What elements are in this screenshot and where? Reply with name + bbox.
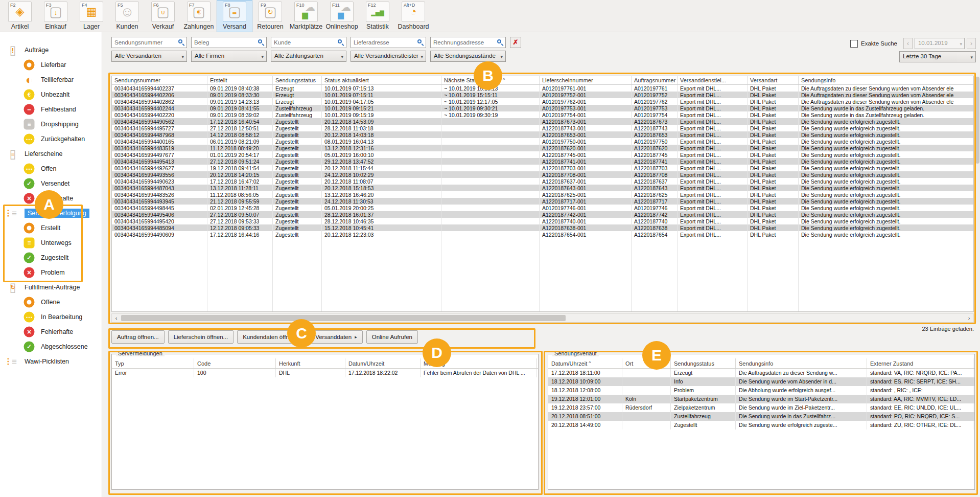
table-row[interactable]: 0034043416599440223709.01.2019 08:40:38E… xyxy=(112,85,973,92)
table-row[interactable]: 0034043416599440222009.01.2019 08:39:02Z… xyxy=(112,111,973,118)
sidebar-item-abgeschlossene[interactable]: ✓Abgeschlossene xyxy=(0,339,102,354)
column-header-typ[interactable]: Typ xyxy=(112,358,194,368)
sidebar-item-wawi-picklisten[interactable]: ⋮≡Wawi-Picklisten xyxy=(0,354,102,369)
scroll-right-icon[interactable]: › xyxy=(965,314,973,322)
column-header-nachste-statusabfrage[interactable]: Nächste Statusabfrage^ xyxy=(441,76,540,84)
table-row[interactable]: 0034043416599449541327.12.2018 09:51:24Z… xyxy=(112,158,973,165)
table-row[interactable]: 0034043416599449355620.12.2018 14:20:15Z… xyxy=(112,171,973,178)
sidebar-item-problem[interactable]: ×Problem xyxy=(0,265,102,280)
sidebar-item-zuruckgehalten[interactable]: ⋯Zurückgehalten xyxy=(0,131,102,146)
table-row[interactable]: 0034043416599449394521.12.2018 09:55:59Z… xyxy=(112,198,973,205)
sidebar-item-offene[interactable]: Offene xyxy=(0,295,102,309)
table-row[interactable]: 20.12.2018 14:49:00ZugestelltDie Sendung… xyxy=(548,421,974,430)
table-row[interactable]: 0034043416599448796814.12.2018 08:58:12Z… xyxy=(112,131,973,138)
sidebar-item-fulfillment-auftrage[interactable]: ▯↻Fulfillment-Aufträge xyxy=(0,280,102,295)
table-row[interactable]: 0034043416599449062317.12.2018 16:47:02Z… xyxy=(112,178,973,185)
column-header-auftragsnummer[interactable]: Auftragsnummer xyxy=(632,76,678,84)
column-header-sendungsnummer[interactable]: Sendungsnummer xyxy=(112,76,207,84)
tab-marktplatze[interactable]: F10☁▆Marktplätze xyxy=(288,0,324,32)
lieferschein-offnen-button[interactable]: Lieferschein öffnen... xyxy=(168,330,234,344)
column-header-versandart[interactable]: Versandart xyxy=(748,76,799,84)
table-row[interactable]: 0034043416599449056217.12.2018 16:40:54Z… xyxy=(112,118,973,125)
table-row[interactable]: 0034043416599440016506.01.2019 08:21:09Z… xyxy=(112,138,973,145)
column-header-herkunft[interactable]: Herkunft xyxy=(276,358,345,368)
column-header-versanddienstlei[interactable]: Versanddienstlei... xyxy=(678,76,748,84)
sidebar-item-unbezahlt[interactable]: €Unbezahlt xyxy=(0,87,102,102)
versanddaten-button[interactable]: Versanddaten▸ xyxy=(310,330,363,344)
sendungsnummer-input[interactable] xyxy=(111,37,187,48)
lieferadresse-input[interactable] xyxy=(351,37,426,48)
table-row[interactable]: 0034043416599440224409.01.2019 08:41:55Z… xyxy=(112,105,973,111)
table-row[interactable]: 0034043416599449767701.01.2019 20:54:17Z… xyxy=(112,151,973,158)
table-row[interactable]: 0034043416599449844502.01.2019 12:45:28Z… xyxy=(112,205,973,211)
auftrag-offnen-button[interactable]: Auftrag öffnen... xyxy=(111,330,165,344)
filter-select-alle-zahlungsarten[interactable]: Alle Zahlungsarten▾ xyxy=(271,51,346,62)
table-row[interactable]: 20.12.2018 08:51:00ZustellfahrzeugDie Se… xyxy=(548,412,974,421)
sidebar-item-unterwegs[interactable]: ≡Unterwegs xyxy=(0,235,102,250)
sidebar-item-zugestellt[interactable]: ✓Zugestellt xyxy=(0,250,102,265)
table-row[interactable]: 19.12.2018 12:01:00KölnStartpaketzentrum… xyxy=(548,395,974,403)
column-header-sendungsinfo[interactable]: Sendungsinfo xyxy=(736,358,867,368)
sidebar-item-sendungsverfolgung[interactable]: ⋮≡Sendungsverfolgung xyxy=(0,206,102,220)
sidebar-item-fehlbestand[interactable]: −Fehlbestand xyxy=(0,102,102,117)
scrollbar-thumb[interactable] xyxy=(975,77,979,164)
column-header-status-aktualisiert[interactable]: Status aktualisiert xyxy=(322,76,441,84)
tab-zahlungen[interactable]: F7▢€Zahlungen xyxy=(181,0,217,32)
table-row[interactable]: 18.12.2018 12:08:00ProblemDie Abholung w… xyxy=(548,386,974,395)
table-row[interactable]: 0034043416599448509412.12.2018 09:05:33Z… xyxy=(112,224,973,231)
clear-filters-button[interactable]: ✗ xyxy=(510,37,521,48)
exact-search-checkbox[interactable] xyxy=(850,40,858,48)
sidebar-item-lieferbar[interactable]: Lieferbar xyxy=(0,57,102,72)
column-header-sendungsstatus[interactable]: Sendungsstatus xyxy=(273,76,322,84)
kunde-input[interactable] xyxy=(271,37,346,48)
date-range-select[interactable]: Letzte 30 Tage▾ xyxy=(899,51,976,62)
column-header-lieferscheinnummer[interactable]: Lieferscheinnummer xyxy=(540,76,632,84)
table-row[interactable]: 0034043416599440220609.01.2019 08:33:30E… xyxy=(112,92,973,98)
column-header-code[interactable]: Code xyxy=(194,358,276,368)
tab-versand[interactable]: F8▢≡Versand xyxy=(217,0,252,32)
sidebar-item-fehlerhafte[interactable]: ×Fehlerhafte xyxy=(0,324,102,339)
column-header-sendungsstatus[interactable]: Sendungsstatus xyxy=(671,358,736,368)
rechnungsadresse-input[interactable] xyxy=(430,37,506,48)
horizontal-scrollbar[interactable]: ‹ › xyxy=(111,313,974,323)
table-row[interactable]: Error100DHL17.12.2018 18:22:02Fehler bei… xyxy=(112,369,538,377)
sidebar-item-teillieferbar[interactable]: ◐Teillieferbar xyxy=(0,72,102,87)
table-row[interactable]: 0034043416599449540627.12.2018 09:50:07Z… xyxy=(112,211,973,218)
filter-select-alle-firmen[interactable]: Alle Firmen▾ xyxy=(191,51,267,62)
table-row[interactable]: 0034043416599448704313.12.2018 11:28:11Z… xyxy=(112,185,973,191)
table-row[interactable]: 0034043416599448351911.12.2018 08:49:20Z… xyxy=(112,145,973,151)
scroll-left-icon[interactable]: ‹ xyxy=(112,314,121,322)
column-header-externer-zustand[interactable]: Externer Zustand xyxy=(867,358,973,368)
filter-select-alle-sendungszustande[interactable]: Alle Sendungszustände▾ xyxy=(430,51,506,62)
sidebar-item-fehlerhafte[interactable]: ×Fehlerhafte xyxy=(0,191,102,206)
sidebar-item-lieferscheine[interactable]: ▯≡Lieferscheine xyxy=(0,146,102,161)
scrollbar-thumb[interactable] xyxy=(121,315,566,321)
table-row[interactable]: 0034043416599449060917.12.2018 16:44:16Z… xyxy=(112,231,973,238)
tab-einkauf[interactable]: F3▢↓Einkauf xyxy=(38,0,74,32)
table-row[interactable]: 0034043416599449572727.12.2018 12:50:51Z… xyxy=(112,125,973,131)
sidebar-item-versendet[interactable]: ✓Versendet xyxy=(0,176,102,191)
tab-kunden[interactable]: F5☺Kunden xyxy=(109,0,145,32)
tab-dashboard[interactable]: Alt+D◔Dashboard xyxy=(395,0,431,32)
column-header-datum-uhrzeit[interactable]: Datum/Uhrzeit^ xyxy=(548,358,622,368)
kundendaten-offnen-button[interactable]: Kundendaten öffnen... xyxy=(237,330,306,344)
filter-select-alle-versanddienstleister[interactable]: Alle Versanddienstleister▾ xyxy=(351,51,426,62)
column-header-datum-uhrzeit[interactable]: Datum/Uhrzeit xyxy=(345,358,421,368)
tab-artikel[interactable]: F2◈Artikel xyxy=(2,0,38,32)
date-prev-button[interactable]: ‹ xyxy=(903,38,913,49)
tab-retouren[interactable]: F9▢↻Retouren xyxy=(252,0,288,32)
table-row[interactable]: 19.12.2018 23:57:00RüdersdorfZielpaketze… xyxy=(548,403,974,412)
date-next-button[interactable]: › xyxy=(967,38,976,49)
vertical-scrollbar[interactable] xyxy=(975,76,980,322)
tab-lager[interactable]: F4▦Lager xyxy=(74,0,109,32)
table-row[interactable]: 0034043416599449262719.12.2018 09:41:54Z… xyxy=(112,165,973,171)
sidebar-item-erstellt[interactable]: Erstellt xyxy=(0,220,102,235)
table-row[interactable]: 0034043416599449542027.12.2018 09:53:33Z… xyxy=(112,218,973,224)
sidebar-item-auftrage[interactable]: ▯!Aufträge xyxy=(0,42,102,57)
sidebar-item-offen[interactable]: ⋯Offen xyxy=(0,161,102,176)
tab-statistik[interactable]: F12▂▅▇Statistik xyxy=(360,0,395,32)
column-header-ort[interactable]: Ort xyxy=(622,358,671,368)
column-header-erstellt[interactable]: Erstellt xyxy=(207,76,273,84)
sidebar-item-in-bearbeitung[interactable]: ⋯In Bearbeitung xyxy=(0,309,102,324)
table-row[interactable]: 18.12.2018 10:09:00InfoDie Sendung wurde… xyxy=(548,377,974,386)
